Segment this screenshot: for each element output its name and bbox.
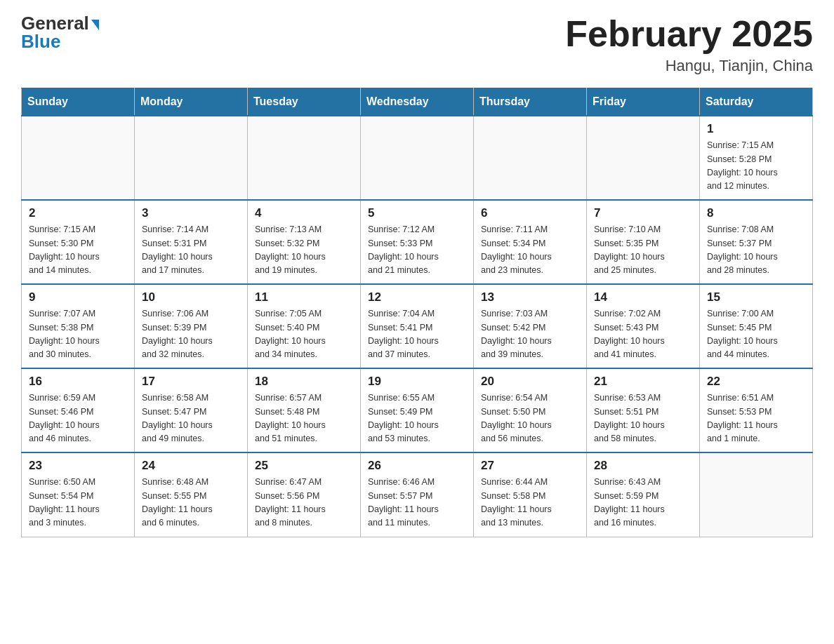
day-number: 2 (29, 206, 127, 220)
calendar-table: SundayMondayTuesdayWednesdayThursdayFrid… (21, 88, 813, 537)
day-info: Sunrise: 7:12 AM Sunset: 5:33 PM Dayligh… (368, 223, 466, 278)
day-info: Sunrise: 6:46 AM Sunset: 5:57 PM Dayligh… (368, 476, 466, 530)
day-info: Sunrise: 6:47 AM Sunset: 5:56 PM Dayligh… (255, 476, 353, 530)
day-number: 12 (368, 290, 466, 304)
week-row-1: 1Sunrise: 7:15 AM Sunset: 5:28 PM Daylig… (22, 116, 813, 200)
day-info: Sunrise: 6:53 AM Sunset: 5:51 PM Dayligh… (594, 391, 692, 446)
day-number: 14 (594, 290, 692, 304)
day-number: 22 (707, 375, 805, 389)
calendar-cell: 19Sunrise: 6:55 AM Sunset: 5:49 PM Dayli… (361, 368, 474, 452)
day-info: Sunrise: 6:44 AM Sunset: 5:58 PM Dayligh… (481, 476, 579, 530)
calendar-cell: 13Sunrise: 7:03 AM Sunset: 5:42 PM Dayli… (474, 284, 587, 368)
day-info: Sunrise: 7:02 AM Sunset: 5:43 PM Dayligh… (594, 307, 692, 362)
day-info: Sunrise: 6:50 AM Sunset: 5:54 PM Dayligh… (29, 476, 127, 530)
day-number: 20 (481, 375, 579, 389)
calendar-cell: 22Sunrise: 6:51 AM Sunset: 5:53 PM Dayli… (700, 368, 813, 452)
day-info: Sunrise: 6:55 AM Sunset: 5:49 PM Dayligh… (368, 391, 466, 446)
day-info: Sunrise: 7:11 AM Sunset: 5:34 PM Dayligh… (481, 223, 579, 278)
calendar-cell: 2Sunrise: 7:15 AM Sunset: 5:30 PM Daylig… (22, 200, 135, 284)
day-info: Sunrise: 6:43 AM Sunset: 5:59 PM Dayligh… (594, 476, 692, 530)
calendar-cell (135, 116, 248, 200)
calendar-cell: 9Sunrise: 7:07 AM Sunset: 5:38 PM Daylig… (22, 284, 135, 368)
calendar-cell: 26Sunrise: 6:46 AM Sunset: 5:57 PM Dayli… (361, 452, 474, 537)
calendar-cell: 6Sunrise: 7:11 AM Sunset: 5:34 PM Daylig… (474, 200, 587, 284)
logo-text-line1: General (21, 14, 99, 32)
day-number: 23 (29, 459, 127, 473)
weekday-header-wednesday: Wednesday (361, 88, 474, 116)
calendar-cell: 3Sunrise: 7:14 AM Sunset: 5:31 PM Daylig… (135, 200, 248, 284)
day-number: 1 (707, 122, 805, 136)
location-title: Hangu, Tianjin, China (565, 57, 813, 75)
day-info: Sunrise: 7:03 AM Sunset: 5:42 PM Dayligh… (481, 307, 579, 362)
day-info: Sunrise: 6:59 AM Sunset: 5:46 PM Dayligh… (29, 391, 127, 446)
day-number: 27 (481, 459, 579, 473)
calendar-cell: 16Sunrise: 6:59 AM Sunset: 5:46 PM Dayli… (22, 368, 135, 452)
day-number: 19 (368, 375, 466, 389)
weekday-header-monday: Monday (135, 88, 248, 116)
day-info: Sunrise: 6:48 AM Sunset: 5:55 PM Dayligh… (142, 476, 240, 530)
calendar-cell: 14Sunrise: 7:02 AM Sunset: 5:43 PM Dayli… (587, 284, 700, 368)
week-row-5: 23Sunrise: 6:50 AM Sunset: 5:54 PM Dayli… (22, 452, 813, 537)
day-info: Sunrise: 7:08 AM Sunset: 5:37 PM Dayligh… (707, 223, 805, 278)
calendar-cell: 8Sunrise: 7:08 AM Sunset: 5:37 PM Daylig… (700, 200, 813, 284)
calendar-cell (587, 116, 700, 200)
day-info: Sunrise: 7:00 AM Sunset: 5:45 PM Dayligh… (707, 307, 805, 362)
weekday-header-sunday: Sunday (22, 88, 135, 116)
weekday-header-saturday: Saturday (700, 88, 813, 116)
day-number: 17 (142, 375, 240, 389)
day-number: 16 (29, 375, 127, 389)
calendar-cell: 5Sunrise: 7:12 AM Sunset: 5:33 PM Daylig… (361, 200, 474, 284)
calendar-cell: 15Sunrise: 7:00 AM Sunset: 5:45 PM Dayli… (700, 284, 813, 368)
day-info: Sunrise: 6:51 AM Sunset: 5:53 PM Dayligh… (707, 391, 805, 446)
calendar-cell: 21Sunrise: 6:53 AM Sunset: 5:51 PM Dayli… (587, 368, 700, 452)
calendar-cell: 7Sunrise: 7:10 AM Sunset: 5:35 PM Daylig… (587, 200, 700, 284)
day-info: Sunrise: 7:10 AM Sunset: 5:35 PM Dayligh… (594, 223, 692, 278)
calendar-cell (361, 116, 474, 200)
calendar-cell: 1Sunrise: 7:15 AM Sunset: 5:28 PM Daylig… (700, 116, 813, 200)
day-number: 21 (594, 375, 692, 389)
day-info: Sunrise: 7:15 AM Sunset: 5:28 PM Dayligh… (707, 139, 805, 194)
month-title: February 2025 (565, 14, 813, 54)
logo-text-line2: Blue (21, 31, 60, 53)
day-info: Sunrise: 6:57 AM Sunset: 5:48 PM Dayligh… (255, 391, 353, 446)
day-info: Sunrise: 6:58 AM Sunset: 5:47 PM Dayligh… (142, 391, 240, 446)
day-number: 9 (29, 290, 127, 304)
calendar-cell: 10Sunrise: 7:06 AM Sunset: 5:39 PM Dayli… (135, 284, 248, 368)
calendar-cell: 23Sunrise: 6:50 AM Sunset: 5:54 PM Dayli… (22, 452, 135, 537)
calendar-cell (22, 116, 135, 200)
week-row-2: 2Sunrise: 7:15 AM Sunset: 5:30 PM Daylig… (22, 200, 813, 284)
day-number: 26 (368, 459, 466, 473)
day-info: Sunrise: 7:06 AM Sunset: 5:39 PM Dayligh… (142, 307, 240, 362)
calendar-cell: 18Sunrise: 6:57 AM Sunset: 5:48 PM Dayli… (248, 368, 361, 452)
day-number: 4 (255, 206, 353, 220)
week-row-3: 9Sunrise: 7:07 AM Sunset: 5:38 PM Daylig… (22, 284, 813, 368)
calendar-cell: 27Sunrise: 6:44 AM Sunset: 5:58 PM Dayli… (474, 452, 587, 537)
calendar-cell: 25Sunrise: 6:47 AM Sunset: 5:56 PM Dayli… (248, 452, 361, 537)
weekday-header-row: SundayMondayTuesdayWednesdayThursdayFrid… (22, 88, 813, 116)
day-number: 28 (594, 459, 692, 473)
calendar-cell (474, 116, 587, 200)
logo: General Blue (21, 14, 99, 53)
week-row-4: 16Sunrise: 6:59 AM Sunset: 5:46 PM Dayli… (22, 368, 813, 452)
calendar-cell: 11Sunrise: 7:05 AM Sunset: 5:40 PM Dayli… (248, 284, 361, 368)
day-number: 18 (255, 375, 353, 389)
calendar-cell: 24Sunrise: 6:48 AM Sunset: 5:55 PM Dayli… (135, 452, 248, 537)
day-info: Sunrise: 7:04 AM Sunset: 5:41 PM Dayligh… (368, 307, 466, 362)
calendar-cell (248, 116, 361, 200)
weekday-header-tuesday: Tuesday (248, 88, 361, 116)
day-number: 7 (594, 206, 692, 220)
day-number: 10 (142, 290, 240, 304)
day-number: 3 (142, 206, 240, 220)
weekday-header-friday: Friday (587, 88, 700, 116)
weekday-header-thursday: Thursday (474, 88, 587, 116)
day-number: 24 (142, 459, 240, 473)
day-number: 11 (255, 290, 353, 304)
page-header: General Blue February 2025 Hangu, Tianji… (21, 14, 813, 75)
title-block: February 2025 Hangu, Tianjin, China (565, 14, 813, 75)
day-number: 8 (707, 206, 805, 220)
day-info: Sunrise: 6:54 AM Sunset: 5:50 PM Dayligh… (481, 391, 579, 446)
day-info: Sunrise: 7:13 AM Sunset: 5:32 PM Dayligh… (255, 223, 353, 278)
day-info: Sunrise: 7:15 AM Sunset: 5:30 PM Dayligh… (29, 223, 127, 278)
calendar-cell (700, 452, 813, 537)
day-number: 6 (481, 206, 579, 220)
